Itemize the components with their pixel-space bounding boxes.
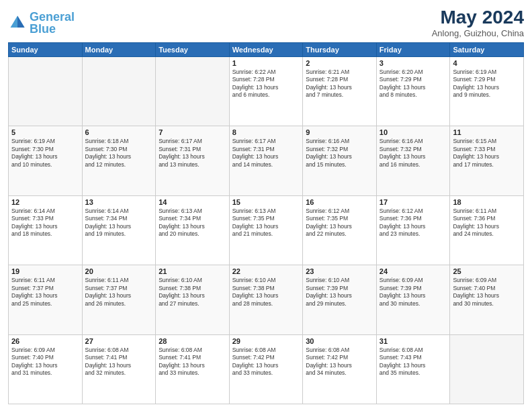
cell-info: Sunrise: 6:11 AM Sunset: 7:36 PM Dayligh… xyxy=(453,208,521,238)
calendar-cell: 3Sunrise: 6:20 AM Sunset: 7:29 PM Daylig… xyxy=(376,57,450,126)
cell-info: Sunrise: 6:10 AM Sunset: 7:39 PM Dayligh… xyxy=(306,277,373,308)
day-number: 13 xyxy=(85,198,153,206)
day-number: 17 xyxy=(380,198,447,206)
day-number: 22 xyxy=(232,267,300,275)
header-monday: Monday xyxy=(82,43,156,57)
cell-info: Sunrise: 6:13 AM Sunset: 7:34 PM Dayligh… xyxy=(159,208,226,238)
header-tuesday: Tuesday xyxy=(156,43,230,57)
calendar-cell: 8Sunrise: 6:17 AM Sunset: 7:31 PM Daylig… xyxy=(229,126,303,195)
logo-general: General xyxy=(30,10,75,24)
day-number: 28 xyxy=(159,337,226,345)
day-number: 12 xyxy=(11,198,79,206)
day-number: 23 xyxy=(306,267,373,275)
calendar-cell: 24Sunrise: 6:09 AM Sunset: 7:39 PM Dayli… xyxy=(376,265,450,334)
logo: General Blue xyxy=(8,11,75,35)
day-number: 11 xyxy=(453,128,521,136)
calendar-cell: 19Sunrise: 6:11 AM Sunset: 7:37 PM Dayli… xyxy=(9,265,83,334)
calendar-cell: 16Sunrise: 6:12 AM Sunset: 7:35 PM Dayli… xyxy=(303,195,377,265)
cell-info: Sunrise: 6:08 AM Sunset: 7:43 PM Dayligh… xyxy=(380,347,447,377)
cell-info: Sunrise: 6:11 AM Sunset: 7:37 PM Dayligh… xyxy=(11,277,79,308)
day-number: 10 xyxy=(380,128,447,136)
calendar-cell: 1Sunrise: 6:22 AM Sunset: 7:28 PM Daylig… xyxy=(229,57,303,126)
cell-info: Sunrise: 6:08 AM Sunset: 7:42 PM Dayligh… xyxy=(306,347,373,377)
header: General Blue May 2024 Anlong, Guizhou, C… xyxy=(8,7,524,38)
day-number: 16 xyxy=(306,198,373,206)
day-number: 21 xyxy=(159,267,226,275)
day-number: 8 xyxy=(232,128,300,136)
calendar-cell: 27Sunrise: 6:08 AM Sunset: 7:41 PM Dayli… xyxy=(82,334,156,404)
calendar-cell: 22Sunrise: 6:10 AM Sunset: 7:38 PM Dayli… xyxy=(229,265,303,334)
calendar-week-0: 1Sunrise: 6:22 AM Sunset: 7:28 PM Daylig… xyxy=(9,57,524,126)
header-saturday: Saturday xyxy=(450,43,524,57)
day-number: 15 xyxy=(232,198,300,206)
calendar-cell: 29Sunrise: 6:08 AM Sunset: 7:42 PM Dayli… xyxy=(229,334,303,404)
cell-info: Sunrise: 6:10 AM Sunset: 7:38 PM Dayligh… xyxy=(159,277,226,308)
day-number: 18 xyxy=(453,198,521,206)
svg-marker-1 xyxy=(17,15,25,28)
day-number: 29 xyxy=(232,337,300,345)
calendar-header-row: Sunday Monday Tuesday Wednesday Thursday… xyxy=(9,43,524,57)
calendar-cell: 10Sunrise: 6:16 AM Sunset: 7:32 PM Dayli… xyxy=(376,126,450,195)
day-number: 7 xyxy=(159,128,226,136)
day-number: 27 xyxy=(85,337,153,345)
month-title: May 2024 xyxy=(432,7,524,28)
cell-info: Sunrise: 6:11 AM Sunset: 7:37 PM Dayligh… xyxy=(85,277,153,308)
cell-info: Sunrise: 6:12 AM Sunset: 7:36 PM Dayligh… xyxy=(380,208,447,238)
cell-info: Sunrise: 6:14 AM Sunset: 7:33 PM Dayligh… xyxy=(11,208,79,238)
day-number: 1 xyxy=(232,59,300,67)
header-wednesday: Wednesday xyxy=(229,43,303,57)
cell-info: Sunrise: 6:17 AM Sunset: 7:31 PM Dayligh… xyxy=(232,138,300,169)
cell-info: Sunrise: 6:12 AM Sunset: 7:35 PM Dayligh… xyxy=(306,208,373,238)
day-number: 30 xyxy=(306,337,373,345)
calendar-cell: 20Sunrise: 6:11 AM Sunset: 7:37 PM Dayli… xyxy=(82,265,156,334)
calendar-cell: 5Sunrise: 6:19 AM Sunset: 7:30 PM Daylig… xyxy=(9,126,83,195)
calendar-cell: 23Sunrise: 6:10 AM Sunset: 7:39 PM Dayli… xyxy=(303,265,377,334)
calendar-week-4: 26Sunrise: 6:09 AM Sunset: 7:40 PM Dayli… xyxy=(9,334,524,404)
calendar-cell xyxy=(450,334,524,404)
cell-info: Sunrise: 6:15 AM Sunset: 7:33 PM Dayligh… xyxy=(453,138,521,169)
day-number: 9 xyxy=(306,128,373,136)
cell-info: Sunrise: 6:21 AM Sunset: 7:28 PM Dayligh… xyxy=(306,68,373,99)
cell-info: Sunrise: 6:17 AM Sunset: 7:31 PM Dayligh… xyxy=(159,138,226,169)
day-number: 31 xyxy=(380,337,447,345)
calendar-week-3: 19Sunrise: 6:11 AM Sunset: 7:37 PM Dayli… xyxy=(9,265,524,334)
logo-blue: Blue xyxy=(30,22,56,36)
calendar-cell: 9Sunrise: 6:16 AM Sunset: 7:32 PM Daylig… xyxy=(303,126,377,195)
calendar-cell xyxy=(82,57,156,126)
cell-info: Sunrise: 6:09 AM Sunset: 7:40 PM Dayligh… xyxy=(11,347,79,377)
day-number: 20 xyxy=(85,267,153,275)
calendar-cell: 31Sunrise: 6:08 AM Sunset: 7:43 PM Dayli… xyxy=(376,334,450,404)
logo-icon xyxy=(8,13,27,32)
cell-info: Sunrise: 6:19 AM Sunset: 7:30 PM Dayligh… xyxy=(11,138,79,169)
calendar-cell: 4Sunrise: 6:19 AM Sunset: 7:29 PM Daylig… xyxy=(450,57,524,126)
calendar-week-1: 5Sunrise: 6:19 AM Sunset: 7:30 PM Daylig… xyxy=(9,126,524,195)
cell-info: Sunrise: 6:14 AM Sunset: 7:34 PM Dayligh… xyxy=(85,208,153,238)
header-thursday: Thursday xyxy=(303,43,377,57)
day-number: 4 xyxy=(453,59,521,67)
cell-info: Sunrise: 6:20 AM Sunset: 7:29 PM Dayligh… xyxy=(380,68,447,99)
calendar-cell: 2Sunrise: 6:21 AM Sunset: 7:28 PM Daylig… xyxy=(303,57,377,126)
page: General Blue May 2024 Anlong, Guizhou, C… xyxy=(0,0,532,411)
cell-info: Sunrise: 6:09 AM Sunset: 7:39 PM Dayligh… xyxy=(380,277,447,308)
day-number: 3 xyxy=(380,59,447,67)
day-number: 6 xyxy=(85,128,153,136)
calendar-cell: 30Sunrise: 6:08 AM Sunset: 7:42 PM Dayli… xyxy=(303,334,377,404)
cell-info: Sunrise: 6:09 AM Sunset: 7:40 PM Dayligh… xyxy=(453,277,521,308)
cell-info: Sunrise: 6:19 AM Sunset: 7:29 PM Dayligh… xyxy=(453,68,521,99)
calendar-cell: 14Sunrise: 6:13 AM Sunset: 7:34 PM Dayli… xyxy=(156,195,230,265)
calendar-week-2: 12Sunrise: 6:14 AM Sunset: 7:33 PM Dayli… xyxy=(9,195,524,265)
cell-info: Sunrise: 6:10 AM Sunset: 7:38 PM Dayligh… xyxy=(232,277,300,308)
calendar-cell: 17Sunrise: 6:12 AM Sunset: 7:36 PM Dayli… xyxy=(376,195,450,265)
cell-info: Sunrise: 6:16 AM Sunset: 7:32 PM Dayligh… xyxy=(380,138,447,169)
header-sunday: Sunday xyxy=(9,43,83,57)
calendar-cell: 11Sunrise: 6:15 AM Sunset: 7:33 PM Dayli… xyxy=(450,126,524,195)
calendar-cell: 13Sunrise: 6:14 AM Sunset: 7:34 PM Dayli… xyxy=(82,195,156,265)
day-number: 26 xyxy=(11,337,79,345)
day-number: 25 xyxy=(453,267,521,275)
cell-info: Sunrise: 6:13 AM Sunset: 7:35 PM Dayligh… xyxy=(232,208,300,238)
cell-info: Sunrise: 6:08 AM Sunset: 7:41 PM Dayligh… xyxy=(85,347,153,377)
logo-text: General Blue xyxy=(30,11,75,35)
calendar-cell: 6Sunrise: 6:18 AM Sunset: 7:30 PM Daylig… xyxy=(82,126,156,195)
calendar-cell: 7Sunrise: 6:17 AM Sunset: 7:31 PM Daylig… xyxy=(156,126,230,195)
title-block: May 2024 Anlong, Guizhou, China xyxy=(432,7,524,38)
